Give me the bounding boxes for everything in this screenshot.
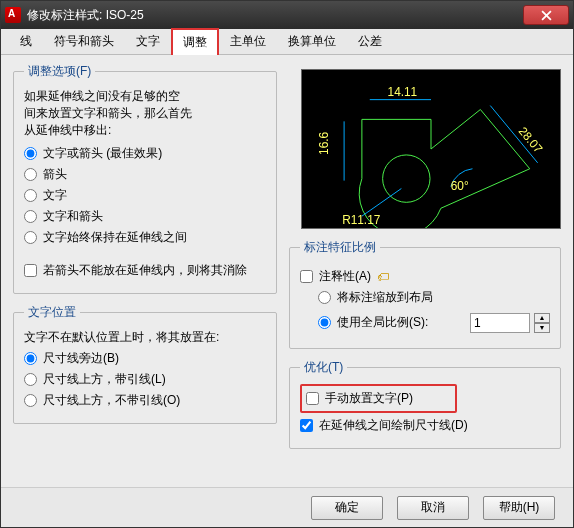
check-draw-dimline-between[interactable]: 在延伸线之间绘制尺寸线(D) [300,417,550,434]
highlight-manual-text: 手动放置文字(P) [300,384,457,413]
dim-diag: 28.07 [516,124,546,156]
tab-lines[interactable]: 线 [9,28,43,54]
preview-pane: 14.11 16.6 28.07 R11.17 60° [301,69,561,229]
ok-button[interactable]: 确定 [311,496,383,520]
legend-scale: 标注特征比例 [300,239,380,256]
legend-optimize: 优化(T) [300,359,347,376]
dimension-preview-svg: 14.11 16.6 28.07 R11.17 60° [302,70,560,228]
radio-text-only[interactable]: 文字 [24,187,266,204]
tab-strip: 线 符号和箭头 文字 调整 主单位 换算单位 公差 [1,29,573,55]
group-adjust-options: 调整选项(F) 如果延伸线之间没有足够的空 间来放置文字和箭头，那么首先 从延伸… [13,63,277,294]
titlebar[interactable]: 修改标注样式: ISO-25 [1,1,573,29]
dim-left: 16.6 [317,131,331,154]
dim-radius: R11.17 [342,213,380,227]
global-scale-spinner[interactable]: ▲ ▼ [470,313,550,333]
radio-keep-between[interactable]: 文字始终保持在延伸线之间 [24,229,266,246]
radio-beside-dimline[interactable]: 尺寸线旁边(B) [24,350,266,367]
adjust-intro-2: 间来放置文字和箭头，那么首先 [24,105,266,122]
tab-text[interactable]: 文字 [125,28,171,54]
radio-above-with-leader[interactable]: 尺寸线上方，带引线(L) [24,371,266,388]
check-manual-place-text[interactable]: 手动放置文字(P) [306,390,413,407]
textpos-intro: 文字不在默认位置上时，将其放置在: [24,329,266,346]
spin-up[interactable]: ▲ [534,313,550,323]
svg-line-4 [362,189,402,217]
window-title: 修改标注样式: ISO-25 [27,7,523,24]
group-text-position: 文字位置 文字不在默认位置上时，将其放置在: 尺寸线旁边(B) 尺寸线上方，带引… [13,304,277,424]
cancel-button[interactable]: 取消 [397,496,469,520]
tab-adjust[interactable]: 调整 [171,28,219,55]
app-icon [5,7,21,23]
radio-text-or-arrow[interactable]: 文字或箭头 (最佳效果) [24,145,266,162]
close-icon [541,10,552,21]
check-annotative[interactable]: 注释性(A) 🏷 [300,268,550,285]
global-scale-input[interactable] [470,313,530,333]
dim-angle: 60° [451,179,469,193]
tag-icon: 🏷 [377,270,389,284]
radio-scale-to-layout[interactable]: 将标注缩放到布局 [318,289,550,306]
dialog-footer: 确定 取消 帮助(H) [1,487,573,527]
legend-adjust: 调整选项(F) [24,63,95,80]
svg-point-0 [383,155,430,202]
adjust-intro-1: 如果延伸线之间没有足够的空 [24,88,266,105]
check-suppress-arrows[interactable]: 若箭头不能放在延伸线内，则将其消除 [24,262,266,279]
group-optimize: 优化(T) 手动放置文字(P) 在延伸线之间绘制尺寸线(D) [289,359,561,449]
radio-above-no-leader[interactable]: 尺寸线上方，不带引线(O) [24,392,266,409]
help-button[interactable]: 帮助(H) [483,496,555,520]
radio-global-scale[interactable]: 使用全局比例(S): [318,314,466,331]
tab-tolerance[interactable]: 公差 [347,28,393,54]
close-button[interactable] [523,5,569,25]
legend-textpos: 文字位置 [24,304,80,321]
dim-top: 14.11 [388,85,418,99]
spin-down[interactable]: ▼ [534,323,550,333]
tab-symbols-arrows[interactable]: 符号和箭头 [43,28,125,54]
tab-alternate-units[interactable]: 换算单位 [277,28,347,54]
tab-content: 调整选项(F) 如果延伸线之间没有足够的空 间来放置文字和箭头，那么首先 从延伸… [1,55,573,487]
group-scale: 标注特征比例 注释性(A) 🏷 将标注缩放到布局 使用全局比例(S): ▲ ▼ [289,239,561,349]
dialog-window: 修改标注样式: ISO-25 线 符号和箭头 文字 调整 主单位 换算单位 公差… [0,0,574,528]
tab-primary-units[interactable]: 主单位 [219,28,277,54]
adjust-intro-3: 从延伸线中移出: [24,122,266,139]
radio-arrow[interactable]: 箭头 [24,166,266,183]
radio-text-and-arrow[interactable]: 文字和箭头 [24,208,266,225]
